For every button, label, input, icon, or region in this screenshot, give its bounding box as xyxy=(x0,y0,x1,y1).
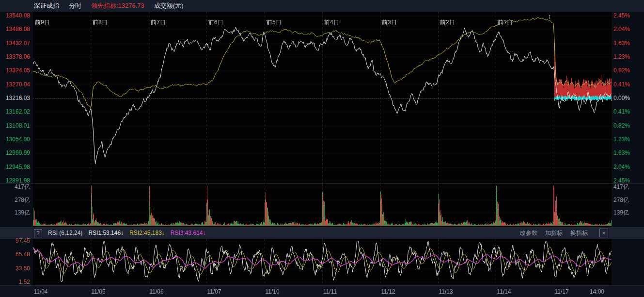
percent-axis-label: 2.45% xyxy=(613,178,630,183)
price-axis-label: 12999.99 xyxy=(6,150,30,156)
topbar: 深证成指 分时 领先指标:13276.73 成交额(元) xyxy=(0,0,644,12)
date-label: 11/07 xyxy=(207,288,221,295)
volume-axis-label: 139亿 xyxy=(613,210,629,215)
rsi2-value: RSI2:45.183↓ xyxy=(129,230,165,236)
price-axis-label: 13540.08 xyxy=(6,13,30,18)
leading-indicator-value: 领先指标:13276.73 xyxy=(91,1,144,10)
date-label: 11/13 xyxy=(439,288,453,295)
day-label: 前7日 xyxy=(151,18,166,27)
close-icon[interactable]: × xyxy=(599,229,608,237)
indicator-header: ? RSI (6,12,24) RSI1:53.146↓ RSI2:45.183… xyxy=(0,227,644,239)
percent-axis-label: 0.00% xyxy=(613,95,630,101)
percent-axis-label: 1.63% xyxy=(613,40,630,46)
price-axis-label: 13216.03 xyxy=(6,95,30,101)
price-axis-label: 13270.04 xyxy=(6,82,30,87)
date-axis: 11/04 11/05 11/06 11/07 11/10 11/11 11/1… xyxy=(0,285,644,297)
percent-axis-label: 0.82% xyxy=(613,67,630,73)
price-axis-label: 13162.02 xyxy=(6,109,30,115)
rsi1-value: RSI1:53.146↓ xyxy=(88,230,124,236)
price-axis-label: 13108.01 xyxy=(6,123,30,129)
price-axis-label: 12945.98 xyxy=(6,164,30,170)
percent-axis-label: 0.41% xyxy=(613,109,630,115)
percent-axis-label: 2.04% xyxy=(613,164,630,170)
volume-axis-label: 417亿 xyxy=(613,184,629,190)
date-label: 11/12 xyxy=(381,288,395,295)
price-panel: 13540.08 13486.08 13432.07 13378.06 1332… xyxy=(0,12,644,183)
price-axis-left: 13540.08 13486.08 13432.07 13378.06 1332… xyxy=(0,12,30,183)
rsi-axis-label: 33.50 xyxy=(0,265,30,271)
date-label: 11/17 xyxy=(554,288,568,295)
volume-axis-label: 417亿 xyxy=(0,184,30,190)
switch-indicator-button[interactable]: 换指标 xyxy=(570,229,588,237)
percent-axis-label: 1.23% xyxy=(613,136,630,142)
date-label: 11/10 xyxy=(265,288,279,295)
change-params-button[interactable]: 改参数 xyxy=(520,229,537,237)
help-icon[interactable]: ? xyxy=(34,229,42,237)
pane-resize-icon[interactable]: ↕ xyxy=(548,13,551,20)
price-axis-label: 13054.00 xyxy=(6,136,30,142)
indicator-title: RSI (6,12,24) xyxy=(48,230,82,236)
percent-axis-label: 0.82% xyxy=(613,123,630,129)
date-label: 14:00 xyxy=(590,288,604,295)
day-label: 前5日 xyxy=(267,18,282,27)
day-label: 前2日 xyxy=(440,18,455,27)
volume-panel: 417亿 278亿 139亿 417亿 278亿 139亿 xyxy=(0,183,644,227)
stock-terminal: 深证成指 分时 领先指标:13276.73 成交额(元) 13540.08 13… xyxy=(0,0,644,297)
rsi-axis-label: 97.45 xyxy=(0,238,30,244)
percent-axis-label: 1.23% xyxy=(613,54,630,60)
symbol-name[interactable]: 深证成指 xyxy=(34,1,59,10)
day-label: 前1日 xyxy=(498,18,513,27)
day-label: 前6日 xyxy=(208,18,223,27)
price-axis-label: 13324.05 xyxy=(6,67,30,73)
date-label: 11/14 xyxy=(497,288,511,295)
indicator-actions: 改参数 加指标 换指标 × xyxy=(520,229,608,237)
timeline-tab[interactable]: 分时 xyxy=(69,1,81,10)
turnover-unit-label: 成交额(元) xyxy=(154,1,184,10)
price-axis-right: 2.45% 2.04% 1.63% 1.23% 0.82% 0.41% 0.00… xyxy=(613,12,644,183)
date-label: 11/11 xyxy=(323,288,337,295)
rsi-axis-label: 65.48 xyxy=(0,251,30,257)
date-label: 11/06 xyxy=(149,288,163,295)
day-label: 前3日 xyxy=(382,18,397,27)
rsi3-value: RSI3:43.614↓ xyxy=(171,230,206,236)
date-label: 11/05 xyxy=(91,288,105,295)
percent-axis-label: 2.04% xyxy=(613,26,630,32)
date-label: 11/04 xyxy=(33,288,47,295)
day-label: 前8日 xyxy=(93,18,108,27)
volume-axis-label: 278亿 xyxy=(613,197,629,203)
price-chart-canvas[interactable] xyxy=(33,12,612,183)
day-label: 前9日 xyxy=(35,18,50,27)
price-axis-label: 12891.98 xyxy=(6,178,30,183)
price-axis-label: 13432.07 xyxy=(6,40,30,46)
rsi-panel: 97.45 65.48 33.50 1.52 xyxy=(0,239,644,285)
price-axis-label: 13378.06 xyxy=(6,54,30,60)
day-label: 前4日 xyxy=(324,18,339,27)
price-axis-label: 13486.08 xyxy=(6,26,30,32)
volume-axis-label: 278亿 xyxy=(0,197,30,203)
volume-axis-label: 139亿 xyxy=(0,210,30,215)
add-indicator-button[interactable]: 加指标 xyxy=(545,229,563,237)
percent-axis-label: 1.63% xyxy=(613,150,630,156)
percent-axis-label: 2.45% xyxy=(613,13,630,18)
volume-chart-canvas[interactable] xyxy=(33,184,612,228)
rsi-chart-canvas[interactable] xyxy=(33,239,612,285)
rsi-axis-label: 1.52 xyxy=(0,279,30,285)
percent-axis-label: 0.41% xyxy=(613,82,630,87)
